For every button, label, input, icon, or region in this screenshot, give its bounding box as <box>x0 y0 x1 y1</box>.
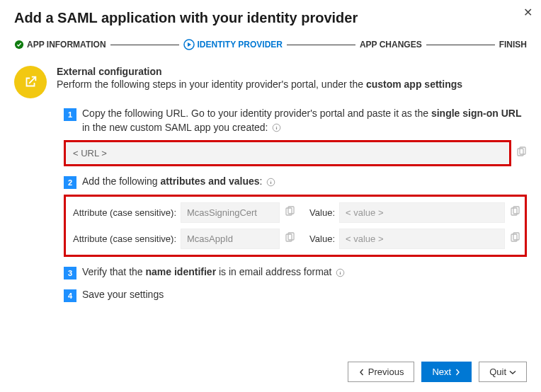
copy-icon[interactable] <box>284 206 295 219</box>
svg-marker-2 <box>188 42 191 47</box>
step-number-3: 3 <box>64 267 76 279</box>
step-number-1: 1 <box>64 108 76 121</box>
external-config-desc: Perform the following steps in your iden… <box>57 79 462 90</box>
info-icon[interactable] <box>336 268 345 277</box>
chevron-down-icon <box>509 369 516 376</box>
copy-icon[interactable] <box>284 232 295 246</box>
attribute-label: Attribute (case sensitive): <box>70 234 176 244</box>
wizard-steps: APP INFORMATION IDENTITY PROVIDER APP CH… <box>14 39 527 50</box>
info-icon[interactable] <box>266 178 275 187</box>
close-icon[interactable]: ✕ <box>523 6 533 19</box>
step-number-4: 4 <box>64 289 76 302</box>
attribute-1-value[interactable]: < value > <box>339 202 505 223</box>
attribute-2-value[interactable]: < value > <box>339 229 505 249</box>
step-4-text: Save your settings <box>82 288 527 302</box>
attribute-1-name[interactable]: McasSigningCert <box>181 202 280 223</box>
step-1-text: Copy the following URL. Go to your ident… <box>82 107 527 134</box>
rail <box>110 45 179 45</box>
step-identity-provider: IDENTITY PROVIDER <box>183 39 283 50</box>
value-label: Value: <box>300 207 335 218</box>
step-number-2: 2 <box>64 176 76 189</box>
check-icon <box>14 40 24 50</box>
sso-url-field[interactable]: < URL > <box>64 140 511 166</box>
copy-icon[interactable] <box>509 206 520 219</box>
copy-icon[interactable] <box>509 232 520 246</box>
external-config-heading: External configuration <box>57 66 462 77</box>
copy-icon[interactable] <box>516 146 527 160</box>
external-link-icon <box>14 66 47 98</box>
attributes-box: Attribute (case sensitive): McasSigningC… <box>64 195 527 257</box>
rail <box>426 45 495 45</box>
current-step-icon <box>183 39 195 50</box>
next-button[interactable]: Next <box>421 362 472 382</box>
rail <box>287 45 355 45</box>
attribute-label: Attribute (case sensitive): <box>70 207 176 218</box>
chevron-left-icon <box>358 369 365 376</box>
previous-button[interactable]: Previous <box>348 362 415 382</box>
dialog-title: Add a SAML application with your identit… <box>14 10 527 26</box>
step-3-text: Verify that the name identifier is in em… <box>82 265 527 279</box>
value-label: Value: <box>300 234 335 244</box>
quit-button[interactable]: Quit <box>479 362 527 382</box>
step-finish: FINISH <box>499 40 527 50</box>
step-app-changes: APP CHANGES <box>360 40 422 50</box>
info-icon[interactable] <box>272 123 281 132</box>
attribute-2-name[interactable]: McasAppId <box>181 229 280 249</box>
step-2-text: Add the following attributes and values: <box>82 175 527 189</box>
step-app-information: APP INFORMATION <box>14 40 106 50</box>
chevron-right-icon <box>454 369 461 376</box>
